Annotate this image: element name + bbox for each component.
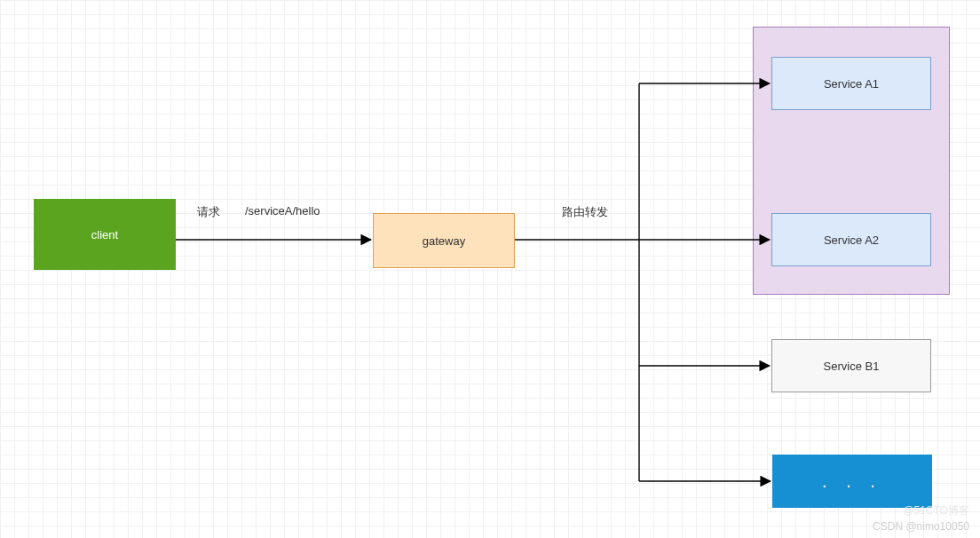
gateway-node: gateway [373, 213, 515, 268]
service-a2-label: Service A2 [824, 233, 879, 247]
client-label: client [91, 228, 118, 241]
service-a1-label: Service A1 [824, 77, 879, 91]
watermark-primary: CSDN @nimo10050 [873, 520, 969, 533]
watermark-secondary: @51CTO博客 [903, 503, 969, 518]
more-node: . . . [772, 455, 932, 508]
forward-label: 路由转发 [562, 204, 608, 220]
service-b1-node: Service B1 [771, 339, 931, 392]
service-a1-node: Service A1 [771, 57, 931, 110]
client-node: client [34, 199, 176, 270]
request-path-label: /serviceA/hello [245, 204, 320, 218]
request-label: 请求 [197, 204, 220, 220]
gateway-label: gateway [423, 234, 465, 248]
service-b1-label: Service B1 [824, 360, 880, 373]
more-label: . . . [822, 471, 882, 492]
service-a2-node: Service A2 [771, 213, 931, 266]
